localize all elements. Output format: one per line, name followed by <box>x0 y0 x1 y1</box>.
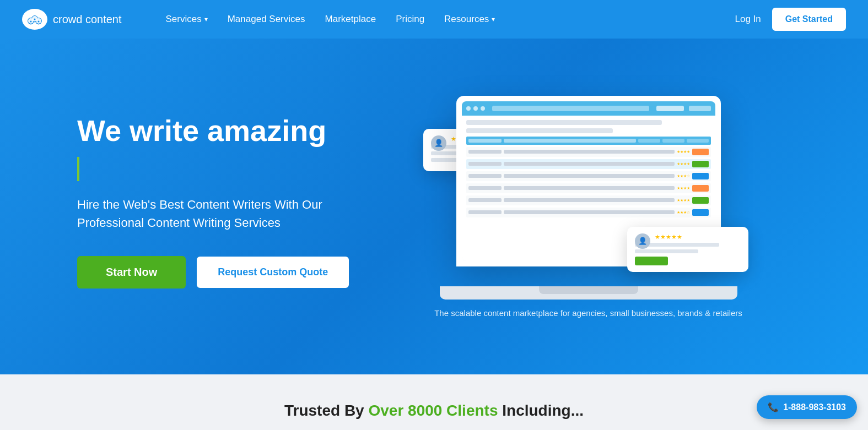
svg-point-6 <box>30 21 32 23</box>
screen-header <box>462 101 715 116</box>
table-cell <box>468 210 502 214</box>
table-cell <box>468 150 502 154</box>
navigation: crowd content Services ▾ Managed Service… <box>0 0 868 39</box>
table-cell <box>504 198 675 202</box>
table-cell <box>504 150 675 154</box>
hero-title: We write amazing <box>77 113 364 148</box>
login-button[interactable]: Log In <box>735 14 761 25</box>
screen-row <box>466 128 613 133</box>
table-cell <box>468 186 502 190</box>
svg-point-7 <box>34 19 36 20</box>
get-started-button[interactable]: Get Started <box>772 8 846 31</box>
laptop-base <box>440 286 737 300</box>
screen-row <box>466 120 662 125</box>
nav-resources[interactable]: Resources ▾ <box>444 14 495 25</box>
avatar-2: 👤 <box>635 233 650 249</box>
resources-chevron: ▾ <box>492 15 495 23</box>
table-cell <box>468 198 502 202</box>
header-cell <box>687 139 709 143</box>
avatar-1: 👤 <box>431 135 446 151</box>
phone-bar[interactable]: 📞 1-888-983-3103 <box>757 395 857 419</box>
table-btn <box>692 185 709 192</box>
table-cell <box>504 174 675 178</box>
nav-marketplace[interactable]: Marketplace <box>325 14 376 25</box>
hero-buttons: Start Now Request Custom Quote <box>77 256 364 289</box>
card-rows-2 <box>635 243 741 265</box>
table-row: ★★★★ <box>466 195 711 205</box>
table-cell <box>468 162 502 166</box>
svg-point-8 <box>38 21 40 23</box>
table-row: ★★★★ <box>466 147 711 157</box>
nav-services[interactable]: Services ▾ <box>166 14 208 25</box>
screen-dot <box>466 106 471 111</box>
screen-dot <box>481 106 485 111</box>
table-cell <box>504 162 675 166</box>
float-card-right: 👤 ★★★★★ <box>627 227 748 272</box>
hero-content: We write amazing Hire the Web's Best Con… <box>77 113 364 288</box>
phone-number: 1-888-983-3103 <box>783 402 846 412</box>
table-btn <box>692 149 709 155</box>
screen-table: ★★★★ ★★★★ <box>466 137 711 217</box>
header-cell <box>504 139 636 143</box>
phone-icon: 📞 <box>768 402 779 412</box>
hero-section: We write amazing Hire the Web's Best Con… <box>0 39 868 374</box>
logo-icon <box>22 9 47 30</box>
services-chevron: ▾ <box>204 15 208 23</box>
trusted-section: Trusted By Over 8000 Clients Including..… <box>0 374 868 430</box>
screen-dot <box>473 106 478 111</box>
logo[interactable]: crowd content <box>22 9 122 30</box>
nav-managed-services[interactable]: Managed Services <box>228 14 305 25</box>
table-row: ★★★★ <box>466 159 711 169</box>
header-cell <box>662 139 684 143</box>
logo-text: crowd content <box>53 13 122 26</box>
hero-accent-bar <box>77 157 79 181</box>
nav-pricing[interactable]: Pricing <box>396 14 424 25</box>
table-btn <box>692 209 709 216</box>
table-btn <box>692 197 709 204</box>
table-btn <box>692 161 709 167</box>
nav-links: Services ▾ Managed Services Marketplace … <box>166 14 735 25</box>
table-row: ★★★☆ <box>466 208 711 217</box>
hero-caption: The scalable content marketplace for age… <box>434 308 742 318</box>
table-row: ★★★★ <box>466 183 711 193</box>
header-cell <box>468 139 502 143</box>
trusted-heading: Trusted By Over 8000 Clients Including..… <box>44 402 824 420</box>
stars-2: ★★★★★ <box>635 233 741 241</box>
custom-quote-button[interactable]: Request Custom Quote <box>197 257 349 288</box>
nav-actions: Log In Get Started <box>735 8 846 31</box>
table-cell <box>504 210 675 214</box>
table-cell <box>468 174 502 178</box>
table-header <box>466 137 711 145</box>
table-row: ★★★☆ <box>466 171 711 181</box>
table-btn <box>692 173 709 179</box>
hero-subtitle: Hire the Web's Best Content Writers With… <box>77 195 342 232</box>
hero-illustration: 👤 ★★★★☆ <box>364 85 813 318</box>
table-cell <box>504 186 675 190</box>
card-row <box>635 249 698 253</box>
laptop-illustration: 👤 ★★★★☆ <box>440 96 737 300</box>
header-cell <box>638 139 660 143</box>
start-now-button[interactable]: Start Now <box>77 256 186 289</box>
